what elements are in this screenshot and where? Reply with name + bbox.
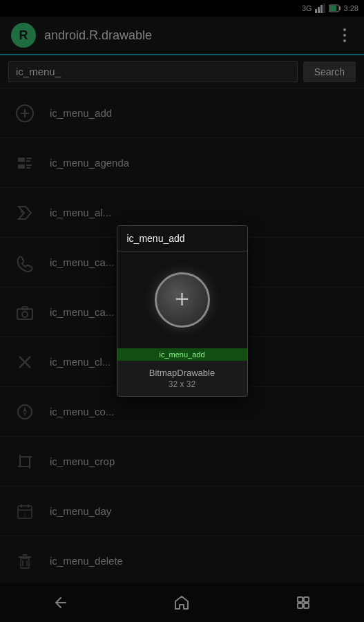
popup-size: 32 x 32 [127, 379, 238, 389]
popup-info: BitmapDrawable 32 x 32 [117, 361, 247, 396]
drawable-preview-popup: ic_menu_add + ic_menu_add BitmapDrawable… [117, 225, 248, 397]
popup-image-area: + [117, 252, 247, 348]
popup-drawable-label: ic_menu_add [117, 348, 247, 361]
popup-title: ic_menu_add [117, 226, 247, 252]
drawable-preview-circle: + [155, 272, 210, 328]
popup-overlay[interactable]: ic_menu_add + ic_menu_add BitmapDrawable… [0, 0, 364, 622]
popup-type: BitmapDrawable [127, 368, 238, 378]
add-icon-preview: + [175, 287, 189, 312]
